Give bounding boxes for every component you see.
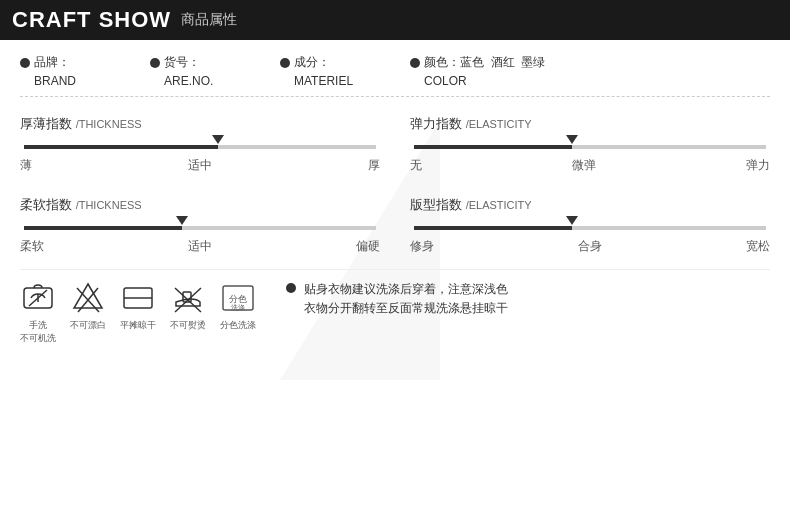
handwash-label: 手洗 不可机洗 [20, 319, 56, 345]
material-cn-label: 成分： [294, 54, 330, 71]
elasticity-title: 弹力指数 /ELASTICITY [410, 115, 770, 133]
header: CRAFT SHOW 商品属性 [0, 0, 790, 40]
care-row: 手洗 不可机洗 不可漂白 平摊晾干 [20, 269, 770, 345]
care-no-iron: 不可熨烫 [170, 280, 206, 332]
areno-en-label: ARE.NO. [150, 74, 230, 88]
indicators-grid: 厚薄指数 /THICKNESS 薄 适中 厚 弹力指数 /ELASTICITY [20, 107, 770, 259]
main-content: 品牌： BRAND 货号： ARE.NO. 成分： MATERIEL 颜色：蓝色… [0, 40, 790, 355]
care-note-text: 贴身衣物建议洗涤后穿着，注意深浅色 衣物分开翻转至反面常规洗涤悬挂晾干 [304, 280, 508, 318]
care-no-bleach: 不可漂白 [70, 280, 106, 332]
arrow-icon [566, 216, 578, 225]
dot-icon [410, 58, 420, 68]
indicator-thickness: 厚薄指数 /THICKNESS 薄 适中 厚 [20, 107, 380, 178]
fit-slider [410, 226, 770, 230]
care-flat-dry: 平摊晾干 [120, 280, 156, 332]
no-iron-icon [170, 280, 206, 316]
no-bleach-label: 不可漂白 [70, 319, 106, 332]
header-subtitle: 商品属性 [181, 11, 237, 29]
no-iron-label: 不可熨烫 [170, 319, 206, 332]
attr-color: 颜色：蓝色 酒红 墨绿 COLOR [410, 54, 550, 88]
attr-areno: 货号： ARE.NO. [150, 54, 230, 88]
care-dot-icon [286, 283, 296, 293]
care-note: 贴身衣物建议洗涤后穿着，注意深浅色 衣物分开翻转至反面常规洗涤悬挂晾干 [286, 280, 770, 318]
svg-text:洗涤: 洗涤 [231, 304, 245, 311]
elasticity-slider [410, 145, 770, 149]
handwash-icon [20, 280, 56, 316]
care-separate-wash: 分色 洗涤 分色洗涤 [220, 280, 256, 332]
brand-title: CRAFT SHOW [12, 7, 171, 33]
color-en-label: COLOR [410, 74, 550, 88]
material-en-label: MATERIEL [280, 74, 360, 88]
care-icons-group: 手洗 不可机洗 不可漂白 平摊晾干 [20, 280, 256, 345]
softness-slider [20, 226, 380, 230]
attributes-row: 品牌： BRAND 货号： ARE.NO. 成分： MATERIEL 颜色：蓝色… [20, 54, 770, 97]
brand-cn-label: 品牌： [34, 54, 70, 71]
fit-title: 版型指数 /ELASTICITY [410, 196, 770, 214]
indicator-fit: 版型指数 /ELASTICITY 修身 合身 宽松 [410, 188, 770, 259]
flat-dry-icon [120, 280, 156, 316]
areno-cn-label: 货号： [164, 54, 200, 71]
arrow-icon [566, 135, 578, 144]
indicator-elasticity: 弹力指数 /ELASTICITY 无 微弹 弹力 [410, 107, 770, 178]
svg-marker-1 [74, 284, 102, 308]
indicator-softness: 柔软指数 /THICKNESS 柔软 适中 偏硬 [20, 188, 380, 259]
flat-dry-label: 平摊晾干 [120, 319, 156, 332]
no-bleach-icon [70, 280, 106, 316]
separate-wash-label: 分色洗涤 [220, 319, 256, 332]
arrow-icon [212, 135, 224, 144]
attr-brand: 品牌： BRAND [20, 54, 100, 88]
brand-en-label: BRAND [20, 74, 100, 88]
dot-icon [280, 58, 290, 68]
attr-material: 成分： MATERIEL [280, 54, 360, 88]
color-cn-label: 颜色：蓝色 酒红 墨绿 [424, 54, 545, 71]
thickness-slider [20, 145, 380, 149]
care-handwash: 手洗 不可机洗 [20, 280, 56, 345]
arrow-icon [176, 216, 188, 225]
dot-icon [150, 58, 160, 68]
svg-text:分色: 分色 [229, 294, 247, 304]
dot-icon [20, 58, 30, 68]
separate-wash-icon: 分色 洗涤 [220, 280, 256, 316]
thickness-title: 厚薄指数 /THICKNESS [20, 115, 380, 133]
softness-title: 柔软指数 /THICKNESS [20, 196, 380, 214]
